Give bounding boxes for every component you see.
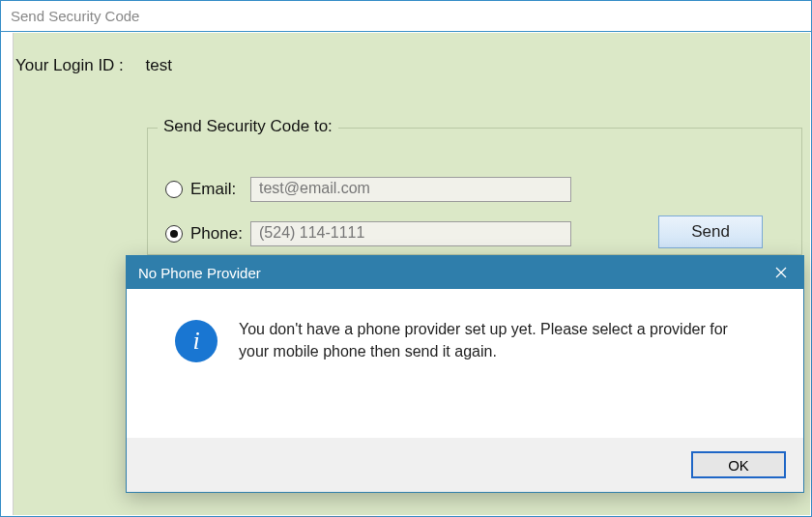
dialog-message: You don't have a phone provider set up y… <box>239 318 761 362</box>
email-radio[interactable] <box>165 181 183 198</box>
send-code-to-fieldset: Send Security Code to: Email: test@email… <box>147 128 802 255</box>
email-radio-label: Email: <box>190 180 250 199</box>
email-row: Email: test@email.com <box>165 175 571 204</box>
dialog-close-button[interactable] <box>759 256 803 289</box>
login-id-line: Your Login ID : test <box>15 56 172 75</box>
info-icon: i <box>175 320 218 362</box>
login-id-label: Your Login ID : <box>15 56 124 74</box>
phone-radio[interactable] <box>165 225 183 243</box>
dialog-title: No Phone Provider <box>138 265 261 281</box>
phone-row: Phone: (524) 114-1111 <box>165 219 571 248</box>
login-id-value: test <box>146 56 172 74</box>
ok-button[interactable]: OK <box>691 451 786 478</box>
window-titlebar: Send Security Code <box>1 1 811 32</box>
close-icon <box>775 267 787 278</box>
send-button[interactable]: Send <box>658 215 763 248</box>
background-edge-strip <box>2 33 14 515</box>
dialog-titlebar: No Phone Provider <box>127 256 803 289</box>
dialog-footer: OK <box>127 438 803 492</box>
fieldset-legend: Send Security Code to: <box>158 117 338 136</box>
dialog-body: i You don't have a phone provider set up… <box>127 289 803 372</box>
no-phone-provider-dialog: No Phone Provider i You don't have a pho… <box>126 255 804 493</box>
window-title: Send Security Code <box>11 8 139 24</box>
send-security-code-window: Send Security Code Your Login ID : test … <box>0 0 812 517</box>
phone-radio-label: Phone: <box>190 224 250 244</box>
email-field[interactable]: test@email.com <box>250 177 571 202</box>
phone-field[interactable]: (524) 114-1111 <box>250 221 571 246</box>
